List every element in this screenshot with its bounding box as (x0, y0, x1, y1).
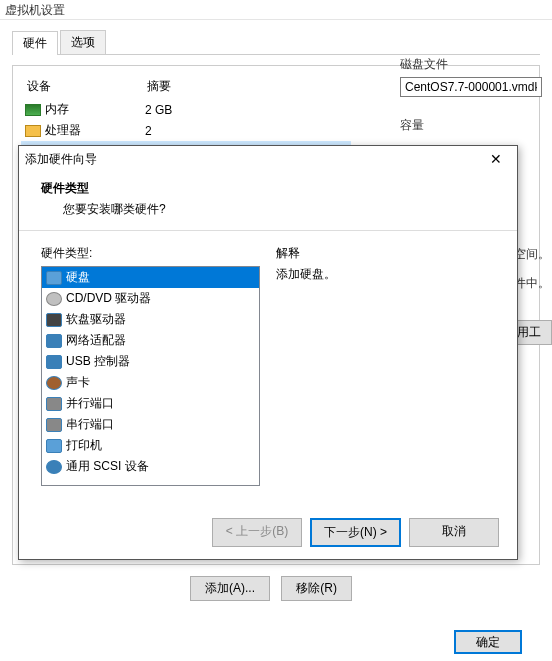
printer-icon (46, 439, 62, 453)
cpu-value: 2 (145, 124, 152, 138)
wizard-footer: < 上一步(B) 下一步(N) > 取消 (212, 518, 499, 547)
list-item-cd[interactable]: CD/DVD 驱动器 (42, 288, 259, 309)
cpu-icon (25, 125, 41, 137)
list-item-parallel[interactable]: 并行端口 (42, 393, 259, 414)
wizard-head-sub: 您要安装哪类硬件? (41, 197, 495, 218)
list-label-hdd: 硬盘 (66, 269, 90, 286)
list-label-cd: CD/DVD 驱动器 (66, 290, 151, 307)
cd-icon (46, 292, 62, 306)
tabs: 硬件 选项 (12, 30, 540, 55)
memory-label: 内存 (45, 101, 69, 118)
list-item-usb[interactable]: USB 控制器 (42, 351, 259, 372)
wizard-right: 解释 添加硬盘。 (276, 245, 495, 486)
list-label-floppy: 软盘驱动器 (66, 311, 126, 328)
wizard-body: 硬件类型: 硬盘 CD/DVD 驱动器 软盘驱动器 网络适配器 USB 控制器 … (19, 237, 517, 494)
network-icon (46, 334, 62, 348)
cancel-button[interactable]: 取消 (409, 518, 499, 547)
separator (19, 230, 517, 231)
list-label-printer: 打印机 (66, 437, 102, 454)
capacity-label: 容量 (400, 117, 550, 134)
list-label-sound: 声卡 (66, 374, 90, 391)
description-text: 添加硬盘。 (276, 266, 495, 283)
close-icon[interactable]: ✕ (481, 151, 511, 167)
device-row-memory[interactable]: 内存 2 GB (21, 99, 351, 120)
tab-options[interactable]: 选项 (60, 30, 106, 54)
memory-icon (25, 104, 41, 116)
wizard-title: 添加硬件向导 (25, 151, 97, 168)
list-item-hdd[interactable]: 硬盘 (42, 267, 259, 288)
list-item-scsi[interactable]: 通用 SCSI 设备 (42, 456, 259, 477)
cpu-label: 处理器 (45, 122, 81, 139)
list-label-parallel: 并行端口 (66, 395, 114, 412)
disk-file-group: 磁盘文件 容量 (400, 56, 550, 138)
list-label-scsi: 通用 SCSI 设备 (66, 458, 149, 475)
list-item-floppy[interactable]: 软盘驱动器 (42, 309, 259, 330)
fragment-file: 件中。 (512, 269, 552, 298)
hardware-type-label: 硬件类型: (41, 245, 260, 262)
ok-button[interactable]: 确定 (454, 630, 522, 654)
device-row-cpu[interactable]: 处理器 2 (21, 120, 351, 141)
wizard-titlebar: 添加硬件向导 ✕ (19, 146, 517, 172)
fragment-space: 空间。 (512, 240, 552, 269)
disk-file-input[interactable] (400, 77, 542, 97)
remove-button[interactable]: 移除(R) (281, 576, 352, 601)
serial-icon (46, 418, 62, 432)
add-remove-bar: 添加(A)... 移除(R) (190, 576, 360, 601)
add-hardware-wizard: 添加硬件向导 ✕ 硬件类型 您要安装哪类硬件? 硬件类型: 硬盘 CD/DVD … (18, 145, 518, 560)
sound-icon (46, 376, 62, 390)
wizard-left: 硬件类型: 硬盘 CD/DVD 驱动器 软盘驱动器 网络适配器 USB 控制器 … (41, 245, 260, 486)
hdd-icon (46, 271, 62, 285)
back-button[interactable]: < 上一步(B) (212, 518, 302, 547)
list-item-printer[interactable]: 打印机 (42, 435, 259, 456)
list-label-usb: USB 控制器 (66, 353, 130, 370)
floppy-icon (46, 313, 62, 327)
window-title: 虚拟机设置 (0, 0, 552, 20)
col-summary: 摘要 (147, 78, 171, 95)
list-label-serial: 串行端口 (66, 416, 114, 433)
list-item-net[interactable]: 网络适配器 (42, 330, 259, 351)
scsi-icon (46, 460, 62, 474)
memory-value: 2 GB (145, 103, 172, 117)
device-header: 设备 摘要 (21, 74, 351, 99)
right-text-fragments: 空间。 件中。 (512, 240, 552, 298)
wizard-head-title: 硬件类型 (41, 180, 495, 197)
usb-icon (46, 355, 62, 369)
list-label-net: 网络适配器 (66, 332, 126, 349)
description-label: 解释 (276, 245, 495, 262)
list-item-serial[interactable]: 串行端口 (42, 414, 259, 435)
add-button[interactable]: 添加(A)... (190, 576, 270, 601)
parallel-icon (46, 397, 62, 411)
tab-hardware[interactable]: 硬件 (12, 31, 58, 55)
hardware-type-listbox[interactable]: 硬盘 CD/DVD 驱动器 软盘驱动器 网络适配器 USB 控制器 声卡 并行端… (41, 266, 260, 486)
list-item-sound[interactable]: 声卡 (42, 372, 259, 393)
col-device: 设备 (27, 78, 147, 95)
disk-file-label: 磁盘文件 (400, 56, 550, 73)
ok-bar: 确定 (454, 634, 522, 651)
wizard-head: 硬件类型 您要安装哪类硬件? (19, 172, 517, 230)
next-button[interactable]: 下一步(N) > (310, 518, 401, 547)
